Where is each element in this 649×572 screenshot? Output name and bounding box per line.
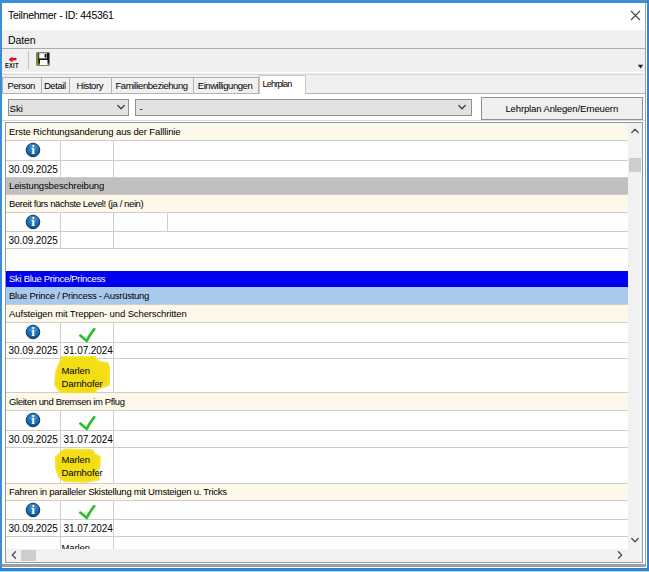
- svg-text:i: i: [31, 214, 35, 229]
- svg-text:i: i: [31, 412, 35, 427]
- svg-text:i: i: [31, 142, 35, 157]
- svg-text:i: i: [31, 502, 35, 517]
- svg-text:i: i: [31, 324, 35, 339]
